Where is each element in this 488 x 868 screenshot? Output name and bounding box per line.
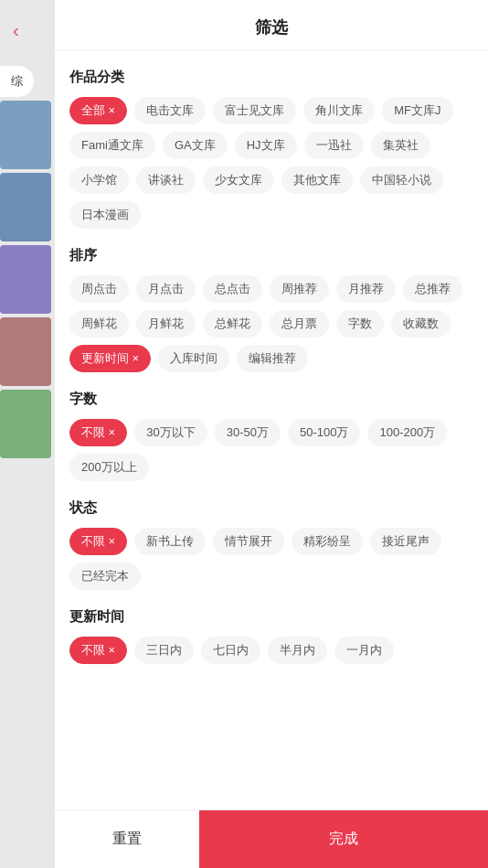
tag-item[interactable]: 情节展开 [213,528,284,555]
tag-item[interactable]: 角川文库 [303,97,375,124]
tag-item[interactable]: 总鲜花 [203,310,262,338]
filter-body: 作品分类 全部 ×电击文库富士见文库角川文库MF文库JFami通文库GA文库HJ… [55,50,488,868]
tag-item[interactable]: 总推荐 [403,275,462,303]
tag-item[interactable]: 富士见文库 [213,97,296,124]
sidebar-book-4 [0,317,51,386]
tag-item[interactable]: 周推荐 [270,275,329,303]
tag-item[interactable]: 一月内 [334,637,394,664]
tag-item[interactable]: 接近尾声 [370,528,441,555]
tag-item[interactable]: 30-50万 [215,419,281,446]
filter-title: 筛选 [55,0,488,50]
update-time-tags: 不限 ×三日内七日内半月内一月内 [69,637,473,664]
tag-item[interactable]: 已经完本 [69,563,141,590]
tag-item[interactable]: 200万以上 [69,454,149,481]
tag-item[interactable]: MF文库J [382,97,452,124]
tag-item[interactable]: Fami通文库 [69,132,155,159]
tag-item[interactable]: 七日内 [201,637,260,664]
confirm-button[interactable]: 完成 [199,810,488,868]
tag-item[interactable]: 不限 × [69,637,127,664]
sort-title: 排序 [69,247,473,264]
category-section: 作品分类 全部 ×电击文库富士见文库角川文库MF文库JFami通文库GA文库HJ… [69,69,473,229]
word-count-tags: 不限 ×30万以下30-50万50-100万100-200万200万以上 [69,419,473,481]
back-icon[interactable]: ‹ [13,20,19,41]
status-section: 状态 不限 ×新书上传情节展开精彩纷呈接近尾声已经完本 [69,499,473,590]
sidebar-book-3 [0,245,51,314]
category-title: 作品分类 [69,69,473,86]
tag-item[interactable]: 半月内 [268,637,327,664]
tag-item[interactable]: 集英社 [371,132,430,159]
tag-item[interactable]: 总点击 [203,275,262,303]
tag-item[interactable]: 100-200万 [367,419,447,446]
sidebar: ‹ 综 [0,0,55,868]
sort-tags: 周点击月点击总点击周推荐月推荐总推荐周鲜花月鲜花总鲜花总月票字数收藏数更新时间 … [69,275,473,372]
tag-item[interactable]: 新书上传 [134,528,206,555]
tag-item[interactable]: 日本漫画 [69,201,141,229]
tag-item[interactable]: 编辑推荐 [237,345,308,372]
tag-item[interactable]: 周鲜花 [69,310,129,338]
tag-item[interactable]: 电击文库 [134,97,206,124]
tag-item[interactable]: 总月票 [270,310,329,338]
tag-item[interactable]: 小学馆 [69,166,129,194]
tag-item[interactable]: 不限 × [69,528,127,555]
tag-item[interactable]: 50-100万 [288,419,360,446]
sidebar-tab[interactable]: 综 [0,66,34,97]
tag-item[interactable]: 更新时间 × [69,345,151,372]
tag-item[interactable]: 入库时间 [158,345,229,372]
tag-item[interactable]: 字数 [336,310,384,338]
tag-item[interactable]: 其他文库 [281,166,353,194]
update-time-section: 更新时间 不限 ×三日内七日内半月内一月内 [69,608,473,664]
sidebar-books [0,101,55,462]
category-tags: 全部 ×电击文库富士见文库角川文库MF文库JFami通文库GA文库HJ文库一迅社… [69,97,473,229]
tag-item[interactable]: 中国轻小说 [360,166,443,194]
word-count-title: 字数 [69,391,473,408]
status-title: 状态 [69,499,473,517]
tag-item[interactable]: 月点击 [136,275,196,303]
tag-item[interactable]: 月推荐 [336,275,396,303]
tag-item[interactable]: 讲谈社 [136,166,196,194]
sidebar-book-1 [0,101,51,169]
sidebar-book-2 [0,173,51,241]
reset-button[interactable]: 重置 [55,810,199,868]
status-tags: 不限 ×新书上传情节展开精彩纷呈接近尾声已经完本 [69,528,473,590]
tag-item[interactable]: 全部 × [69,97,127,124]
tag-item[interactable]: 精彩纷呈 [292,528,363,555]
tag-item[interactable]: 收藏数 [391,310,451,338]
tag-item[interactable]: 三日内 [134,637,194,664]
tag-item[interactable]: 周点击 [69,275,129,303]
tag-item[interactable]: 少女文库 [203,166,274,194]
update-time-title: 更新时间 [69,608,473,626]
filter-footer: 重置 完成 [55,809,488,868]
tag-item[interactable]: 一迅社 [304,132,364,159]
sort-section: 排序 周点击月点击总点击周推荐月推荐总推荐周鲜花月鲜花总鲜花总月票字数收藏数更新… [69,247,473,372]
word-count-section: 字数 不限 ×30万以下30-50万50-100万100-200万200万以上 [69,391,473,481]
tag-item[interactable]: 30万以下 [134,419,207,446]
tag-item[interactable]: 月鲜花 [136,310,196,338]
sidebar-book-5 [0,390,51,458]
tag-item[interactable]: 不限 × [69,419,127,446]
filter-panel: 筛选 作品分类 全部 ×电击文库富士见文库角川文库MF文库JFami通文库GA文… [55,0,488,868]
tag-item[interactable]: GA文库 [163,132,228,159]
tag-item[interactable]: HJ文库 [235,132,297,159]
